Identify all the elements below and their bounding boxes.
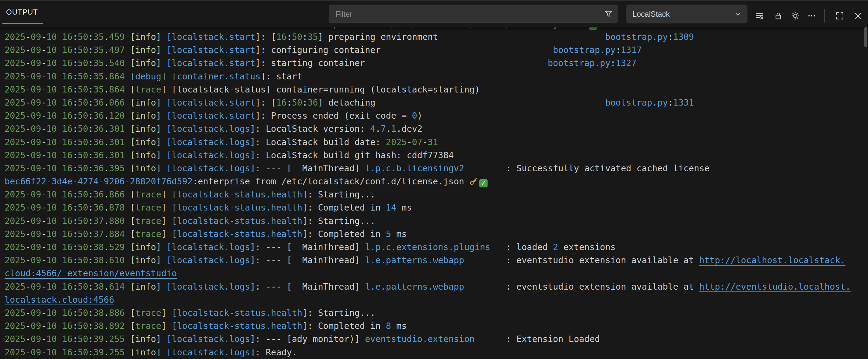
log-number: 1331 bbox=[673, 98, 694, 108]
log-number: 5 bbox=[386, 229, 391, 239]
gear-icon bbox=[790, 11, 800, 21]
log-link[interactable]: localstack.cloud:4566 bbox=[5, 295, 114, 305]
log-timestamp: 2025-09-10 16:50:38.610 bbox=[5, 255, 125, 265]
log-line: 2025-09-10 16:50:35.497 [info] [localsta… bbox=[5, 43, 868, 57]
log-timestamp: 2025-09-10 16:50:36.395 bbox=[5, 163, 125, 173]
log-number: 4.7.1 bbox=[370, 124, 396, 134]
log-timestamp: 2025-09-10 16:50:35.540 bbox=[5, 58, 125, 68]
log-line: bec66f22-3d4e-4274-9206-28820f76d592:ent… bbox=[5, 175, 868, 188]
log-link[interactable]: cloud:4566/_extension/eventstudio bbox=[5, 268, 177, 279]
lock-icon bbox=[773, 11, 783, 21]
clear-output-icon bbox=[754, 11, 764, 21]
log-timestamp: 2025-09-10 16:50:36.878 bbox=[5, 203, 125, 213]
log-number: 0 bbox=[412, 111, 417, 121]
log-line: 2025-09-10 16:50:35.540 [info] [localsta… bbox=[5, 57, 868, 70]
check-emoji: ✓ bbox=[479, 179, 488, 187]
key-emoji bbox=[579, 27, 587, 27]
log-line: 2025-09-10 16:50:38.529 [info] [localsta… bbox=[5, 241, 868, 254]
log-number: 8 bbox=[386, 321, 391, 331]
log-timestamp: 2025-09-10 16:50:36.301 bbox=[5, 150, 125, 160]
log-number: 1317 bbox=[621, 45, 642, 55]
log-link[interactable]: http://eventstudio.localhost. bbox=[699, 282, 851, 292]
log-line: 2025-09-10 16:50:36.866 [trace] [localst… bbox=[5, 188, 868, 201]
key-emoji bbox=[469, 176, 478, 185]
log-timestamp: 2025-09-10 16:50:38.886 bbox=[5, 308, 125, 318]
log-line: 2025-09-10 16:50:36.301 [info] [localsta… bbox=[5, 136, 868, 149]
toolbar-separator bbox=[824, 9, 825, 23]
channel-select-value: LocalStack bbox=[632, 10, 670, 19]
log-line: 2025-09-10 16:50:36.878 [trace] [localst… bbox=[5, 201, 868, 214]
log-line: 2025-09-10 16:50:36.395 [info] [localsta… bbox=[5, 162, 868, 175]
log-line: 2025-09-10 16:50:36.066 [info] [localsta… bbox=[5, 96, 868, 109]
log-line: 2025-09-10 16:50:38.614 [info] [localsta… bbox=[5, 280, 868, 293]
log-timestamp: 2025-09-10 16:50:35.497 bbox=[5, 45, 125, 55]
log-timestamp: 2025-09-10 16:50:35.459 bbox=[5, 32, 125, 42]
log-timestamp: 16:50:36 bbox=[276, 98, 318, 108]
filter-input[interactable] bbox=[329, 10, 604, 19]
log-timestamp: 2025-09-10 16:50:35.864 bbox=[5, 71, 125, 81]
log-line-clipped: bec66f22-3d4e-4274-9206-28820f76d592:ent… bbox=[5, 27, 868, 30]
log-timestamp: 2025-09-10 16:50:38.892 bbox=[5, 321, 125, 331]
log-line: 2025-09-10 16:50:35.864 [debug] [contain… bbox=[5, 70, 868, 83]
log-line: 2025-09-10 16:50:38.610 [info] [localsta… bbox=[5, 254, 868, 267]
log-line: 2025-09-10 16:50:38.892 [trace] [localst… bbox=[5, 320, 868, 332]
close-panel-button[interactable] bbox=[851, 9, 865, 23]
log-timestamp: 2025-09-10 16:50:36.301 bbox=[5, 124, 125, 134]
log-timestamp: 2025-09-10 16:50:36.120 bbox=[5, 111, 125, 121]
log-timestamp: 2025-09-10 16:50:36.301 bbox=[5, 137, 125, 147]
log-line: cloud:4566/_extension/eventstudio bbox=[5, 267, 868, 280]
log-link[interactable]: http://localhost.localstack. bbox=[699, 255, 845, 265]
channel-select[interactable]: LocalStack bbox=[626, 5, 747, 24]
log-line: 2025-09-10 16:50:36.301 [info] [localsta… bbox=[5, 122, 868, 135]
log-timestamp: 16:50:35 bbox=[276, 32, 318, 42]
filter-funnel-icon[interactable] bbox=[604, 9, 613, 19]
more-actions-button[interactable] bbox=[805, 9, 819, 23]
maximize-panel-button[interactable] bbox=[833, 9, 847, 23]
chevron-down-icon bbox=[734, 10, 742, 18]
maximize-icon bbox=[835, 11, 844, 21]
log-line: 2025-09-10 16:50:37.880 [trace] [localst… bbox=[5, 215, 868, 228]
log-output: bec66f22-3d4e-4274-9206-28820f76d592:ent… bbox=[0, 27, 868, 359]
clear-output-button[interactable] bbox=[752, 9, 766, 23]
scroll-lock-button[interactable] bbox=[771, 9, 785, 23]
log-line: localstack.cloud:4566 bbox=[5, 293, 868, 306]
log-timestamp: 2025-09-10 16:50:39.255 bbox=[5, 334, 125, 344]
log-line: 2025-09-10 16:50:35.459 [info] [localsta… bbox=[5, 30, 868, 43]
log-timestamp: 2025-09-10 16:50:36.866 bbox=[5, 190, 125, 200]
tab-output-label: OUTPUT bbox=[6, 8, 38, 17]
log-timestamp: 2025-09-10 16:50:38.614 bbox=[5, 282, 125, 292]
log-timestamp: 2025-09-10 16:50:37.880 bbox=[5, 216, 125, 226]
log-line: 2025-09-10 16:50:38.886 [trace] [localst… bbox=[5, 306, 868, 320]
scrollbar-thumb[interactable] bbox=[864, 27, 867, 47]
tab-output[interactable]: OUTPUT bbox=[2, 1, 43, 24]
log-number: 1309 bbox=[673, 32, 694, 42]
log-line: 2025-09-10 16:50:39.255 [info] [localsta… bbox=[5, 332, 868, 346]
log-line: 2025-09-10 16:50:37.884 [trace] [localst… bbox=[5, 228, 868, 241]
scrollbar bbox=[864, 27, 868, 359]
log-line: 2025-09-10 16:50:39.255 [info] [localsta… bbox=[5, 346, 868, 359]
log-number: 14 bbox=[386, 203, 396, 213]
log-timestamp: 2025-09-10 16:50:39.255 bbox=[5, 348, 125, 357]
log-line: 2025-09-10 16:50:36.301 [info] [localsta… bbox=[5, 149, 868, 162]
output-panel-header: OUTPUT LocalStack bbox=[0, 0, 868, 27]
settings-button[interactable] bbox=[788, 9, 802, 23]
log-number: 2 bbox=[553, 242, 558, 252]
check-emoji: ✓ bbox=[589, 27, 597, 30]
filter-box bbox=[329, 5, 618, 23]
log-timestamp: 2025-09-10 16:50:38.529 bbox=[5, 242, 125, 252]
log-timestamp: 2025-07-31 bbox=[386, 137, 438, 147]
log-number: 1327 bbox=[616, 58, 637, 68]
ellipsis-icon bbox=[807, 11, 816, 21]
log-timestamp: 2025-09-10 16:50:36.066 bbox=[5, 98, 125, 108]
log-line: 2025-09-10 16:50:36.120 [info] [localsta… bbox=[5, 109, 868, 122]
log-timestamp: 2025-09-10 16:50:37.884 bbox=[5, 229, 125, 239]
log-timestamp: 2025-09-10 16:50:35.864 bbox=[5, 85, 125, 95]
log-line: 2025-09-10 16:50:35.864 [trace] [localst… bbox=[5, 83, 868, 96]
close-icon bbox=[853, 11, 863, 21]
